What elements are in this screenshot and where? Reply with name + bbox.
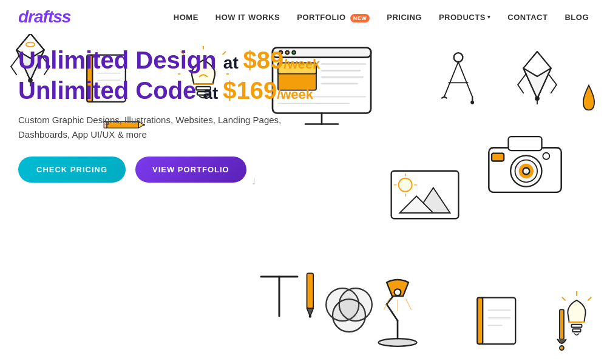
svg-line-48 [518,73,526,84]
paintbrush-icon [546,307,577,356]
svg-rect-54 [509,136,542,150]
svg-line-5 [11,67,16,75]
svg-point-72 [339,288,372,321]
svg-point-97 [560,346,564,350]
svg-point-40 [454,53,463,62]
photo-frame-icon [388,167,461,222]
nav-how-it-works[interactable]: HOW IT WORKS [215,13,280,22]
svg-point-57 [515,160,538,183]
logo[interactable]: draftss [18,7,70,27]
svg-point-73 [333,299,365,332]
navbar: draftss HOME HOW IT WORKS PORTFOLIO NEW … [0,0,607,34]
svg-line-51 [551,85,557,93]
svg-point-45 [471,101,473,104]
svg-point-95 [310,315,311,317]
hero-section: ♪ ♩ Unlimited Design at $89/week Unlimit… [0,34,607,362]
svg-point-62 [399,178,412,192]
nav-products[interactable]: PRODUCTS ▾ [439,13,490,22]
svg-marker-67 [416,187,450,213]
svg-rect-96 [560,309,564,339]
svg-line-49 [548,73,557,84]
nav-home[interactable]: HOME [174,13,198,22]
new-badge: NEW [350,14,370,22]
svg-point-71 [326,288,359,321]
cta-buttons: CHECK PRICING VIEW PORTFOLIO [18,157,322,183]
camera-icon [486,131,565,198]
nav-links: HOME HOW IT WORKS PORTFOLIO NEW PRICING … [174,12,589,22]
svg-point-59 [523,168,529,175]
nav-pricing[interactable]: PRICING [387,13,422,22]
svg-line-81 [406,299,412,310]
svg-point-78 [395,289,401,295]
svg-rect-83 [477,298,483,345]
venn-circles-icon [322,283,376,337]
pen-nib-right-icon [516,46,558,107]
nav-blog[interactable]: BLOG [565,13,589,22]
svg-line-42 [458,62,472,97]
hero-subtext: Custom Graphic Designs, Illustrations, W… [18,113,322,142]
svg-line-88 [562,297,565,300]
svg-rect-61 [392,171,459,218]
paint-drop-icon [580,83,598,113]
svg-point-74 [379,339,417,346]
view-portfolio-button[interactable]: VIEW PORTFOLIO [135,157,246,183]
chevron-down-icon: ▾ [487,14,491,20]
stylus-pencil-icon [291,271,328,319]
hero-heading-line2: Unlimited Code at $169/week [18,76,322,104]
hero-content: Unlimited Design at $89/week Unlimited C… [18,46,322,183]
svg-rect-82 [480,298,516,345]
svg-point-56 [510,155,541,186]
svg-rect-53 [489,148,561,192]
compass-icon [431,46,486,125]
svg-marker-68 [399,196,433,213]
svg-rect-52 [489,148,561,192]
nav-portfolio[interactable]: PORTFOLIO NEW [297,13,370,22]
svg-line-79 [384,299,390,310]
typography-t-icon [255,265,304,325]
svg-line-50 [518,85,523,93]
svg-line-77 [387,291,398,305]
notebook-bottom-icon [473,295,522,349]
nav-contact[interactable]: CONTACT [507,13,548,22]
small-bulb-icon [558,289,595,343]
svg-point-46 [535,97,538,100]
desk-lamp-icon [370,265,425,349]
check-pricing-button[interactable]: CHECK PRICING [18,157,126,183]
svg-point-60 [543,153,549,160]
svg-rect-55 [492,153,504,161]
svg-rect-93 [307,273,314,308]
svg-rect-92 [572,329,580,332]
hero-heading-line1: Unlimited Design at $89/week [18,46,322,74]
svg-marker-94 [307,308,314,316]
svg-point-58 [520,164,533,178]
svg-line-76 [387,305,398,321]
svg-line-89 [588,297,591,300]
svg-line-41 [444,62,458,97]
svg-rect-91 [571,325,582,328]
